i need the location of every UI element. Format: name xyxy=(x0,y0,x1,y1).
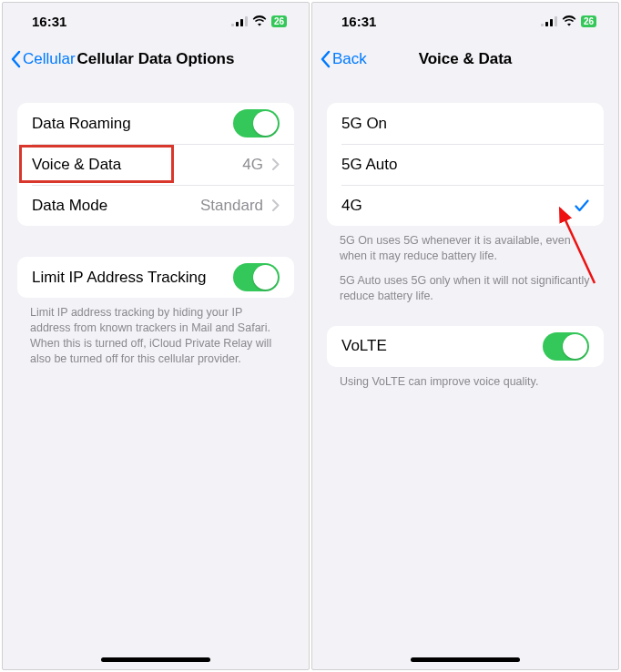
svg-rect-4 xyxy=(541,24,544,26)
content: 5G On 5G Auto 4G 5G On uses 5G whenever … xyxy=(312,79,618,389)
toggle-data-roaming[interactable] xyxy=(233,109,280,137)
row-volte[interactable]: VoLTE xyxy=(327,326,604,367)
nav-back-label: Back xyxy=(332,50,367,68)
wifi-icon xyxy=(252,15,267,26)
toggle-volte[interactable] xyxy=(543,332,589,361)
row-label: Voice & Data xyxy=(32,156,242,174)
signal-icon xyxy=(231,16,248,26)
row-5g-on[interactable]: 5G On xyxy=(327,103,604,144)
chevron-right-icon xyxy=(272,199,280,211)
wifi-icon xyxy=(562,15,576,26)
svg-rect-0 xyxy=(231,24,234,26)
footer-limit-ip: Limit IP address tracking by hiding your… xyxy=(3,298,309,367)
nav-back-button[interactable]: Back xyxy=(320,50,367,68)
settings-group-volte: VoLTE xyxy=(327,326,604,367)
status-bar: 16:31 26 xyxy=(3,3,309,39)
check-icon xyxy=(575,199,589,212)
battery-icon: 26 xyxy=(581,15,596,27)
row-limit-ip[interactable]: Limit IP Address Tracking xyxy=(17,257,294,298)
row-label: Data Mode xyxy=(32,197,200,215)
phone-left: 16:31 26 Cellular Cellular Data Options … xyxy=(2,2,310,670)
chevron-right-icon xyxy=(272,158,280,170)
content: Data Roaming Voice & Data 4G Data Mode S… xyxy=(3,79,309,367)
settings-group-2: Limit IP Address Tracking xyxy=(17,257,294,298)
footer-volte: Using VoLTE can improve voice quality. xyxy=(312,367,618,390)
nav-back-label: Cellular xyxy=(23,50,76,68)
status-time: 16:31 xyxy=(341,14,376,29)
nav-bar: Back Voice & Data xyxy=(312,39,618,79)
home-indicator[interactable] xyxy=(101,657,210,662)
phone-right: 16:31 26 Back Voice & Data 5G On 5G Auto xyxy=(311,2,619,670)
row-data-roaming[interactable]: Data Roaming xyxy=(17,103,294,144)
row-label: 4G xyxy=(341,197,575,215)
row-label: Limit IP Address Tracking xyxy=(32,269,233,287)
svg-rect-3 xyxy=(245,16,248,26)
row-5g-auto[interactable]: 5G Auto xyxy=(327,144,604,185)
status-right: 26 xyxy=(541,15,596,27)
row-4g[interactable]: 4G xyxy=(327,185,604,226)
row-value: Standard xyxy=(200,197,263,215)
nav-back-button[interactable]: Cellular xyxy=(10,50,76,68)
footer-5g-on: 5G On uses 5G whenever it is available, … xyxy=(312,226,618,264)
svg-rect-6 xyxy=(550,19,553,26)
settings-group-1: Data Roaming Voice & Data 4G Data Mode S… xyxy=(17,103,294,226)
row-label: VoLTE xyxy=(341,337,543,355)
row-voice-data[interactable]: Voice & Data 4G xyxy=(17,144,294,185)
toggle-limit-ip[interactable] xyxy=(233,263,280,291)
signal-icon xyxy=(541,16,557,26)
battery-icon: 26 xyxy=(271,15,287,27)
status-bar: 16:31 26 xyxy=(312,3,618,39)
row-label: 5G Auto xyxy=(341,156,589,174)
status-time: 16:31 xyxy=(32,14,66,29)
settings-group-network: 5G On 5G Auto 4G xyxy=(327,103,604,226)
chevron-left-icon xyxy=(10,50,21,68)
status-right: 26 xyxy=(231,15,287,27)
svg-rect-7 xyxy=(555,16,557,26)
footer-5g-auto: 5G Auto uses 5G only when it will not si… xyxy=(312,264,618,304)
nav-bar: Cellular Cellular Data Options xyxy=(3,39,309,79)
svg-rect-1 xyxy=(236,22,239,26)
home-indicator[interactable] xyxy=(411,657,520,662)
chevron-left-icon xyxy=(320,50,331,68)
row-data-mode[interactable]: Data Mode Standard xyxy=(17,185,294,226)
row-label: Data Roaming xyxy=(32,115,233,133)
svg-rect-5 xyxy=(545,22,548,26)
row-label: 5G On xyxy=(341,115,589,133)
row-value: 4G xyxy=(242,156,263,174)
svg-rect-2 xyxy=(240,19,243,26)
